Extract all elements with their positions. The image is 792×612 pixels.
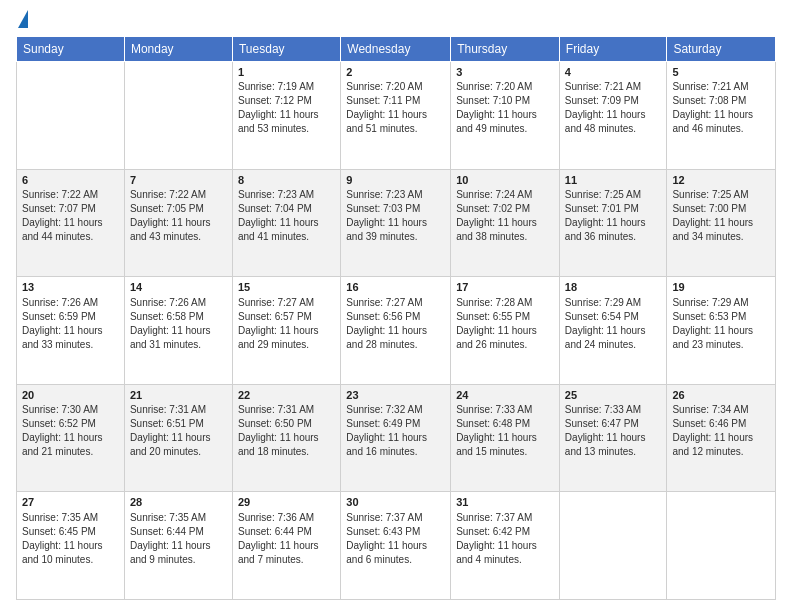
day-number: 27 [22, 495, 119, 510]
day-info: Sunrise: 7:31 AM Sunset: 6:51 PM Dayligh… [130, 403, 227, 459]
calendar-cell: 5Sunrise: 7:21 AM Sunset: 7:08 PM Daylig… [667, 62, 776, 170]
day-number: 7 [130, 173, 227, 188]
day-info: Sunrise: 7:28 AM Sunset: 6:55 PM Dayligh… [456, 296, 554, 352]
day-info: Sunrise: 7:36 AM Sunset: 6:44 PM Dayligh… [238, 511, 335, 567]
calendar-cell: 8Sunrise: 7:23 AM Sunset: 7:04 PM Daylig… [232, 169, 340, 277]
day-number: 24 [456, 388, 554, 403]
calendar-cell: 10Sunrise: 7:24 AM Sunset: 7:02 PM Dayli… [451, 169, 560, 277]
calendar-table: SundayMondayTuesdayWednesdayThursdayFrid… [16, 36, 776, 600]
calendar-cell: 3Sunrise: 7:20 AM Sunset: 7:10 PM Daylig… [451, 62, 560, 170]
calendar-cell: 31Sunrise: 7:37 AM Sunset: 6:42 PM Dayli… [451, 492, 560, 600]
day-number: 17 [456, 280, 554, 295]
calendar-cell: 30Sunrise: 7:37 AM Sunset: 6:43 PM Dayli… [341, 492, 451, 600]
weekday-header-wednesday: Wednesday [341, 37, 451, 62]
day-number: 8 [238, 173, 335, 188]
day-number: 26 [672, 388, 770, 403]
day-number: 15 [238, 280, 335, 295]
header [16, 12, 776, 28]
day-number: 20 [22, 388, 119, 403]
calendar-cell [124, 62, 232, 170]
calendar-cell: 23Sunrise: 7:32 AM Sunset: 6:49 PM Dayli… [341, 384, 451, 492]
day-info: Sunrise: 7:29 AM Sunset: 6:54 PM Dayligh… [565, 296, 662, 352]
day-info: Sunrise: 7:37 AM Sunset: 6:43 PM Dayligh… [346, 511, 445, 567]
calendar-cell: 4Sunrise: 7:21 AM Sunset: 7:09 PM Daylig… [559, 62, 667, 170]
day-number: 2 [346, 65, 445, 80]
day-info: Sunrise: 7:25 AM Sunset: 7:01 PM Dayligh… [565, 188, 662, 244]
logo [16, 12, 28, 28]
day-info: Sunrise: 7:29 AM Sunset: 6:53 PM Dayligh… [672, 296, 770, 352]
weekday-header-thursday: Thursday [451, 37, 560, 62]
day-info: Sunrise: 7:27 AM Sunset: 6:57 PM Dayligh… [238, 296, 335, 352]
weekday-header-monday: Monday [124, 37, 232, 62]
day-info: Sunrise: 7:31 AM Sunset: 6:50 PM Dayligh… [238, 403, 335, 459]
calendar-cell: 29Sunrise: 7:36 AM Sunset: 6:44 PM Dayli… [232, 492, 340, 600]
calendar-cell: 14Sunrise: 7:26 AM Sunset: 6:58 PM Dayli… [124, 277, 232, 385]
day-info: Sunrise: 7:26 AM Sunset: 6:58 PM Dayligh… [130, 296, 227, 352]
day-info: Sunrise: 7:35 AM Sunset: 6:45 PM Dayligh… [22, 511, 119, 567]
calendar-cell [559, 492, 667, 600]
day-number: 3 [456, 65, 554, 80]
day-number: 18 [565, 280, 662, 295]
day-number: 6 [22, 173, 119, 188]
calendar-cell: 12Sunrise: 7:25 AM Sunset: 7:00 PM Dayli… [667, 169, 776, 277]
calendar-cell: 24Sunrise: 7:33 AM Sunset: 6:48 PM Dayli… [451, 384, 560, 492]
day-info: Sunrise: 7:37 AM Sunset: 6:42 PM Dayligh… [456, 511, 554, 567]
day-info: Sunrise: 7:26 AM Sunset: 6:59 PM Dayligh… [22, 296, 119, 352]
day-number: 9 [346, 173, 445, 188]
calendar-cell: 6Sunrise: 7:22 AM Sunset: 7:07 PM Daylig… [17, 169, 125, 277]
week-row-3: 13Sunrise: 7:26 AM Sunset: 6:59 PM Dayli… [17, 277, 776, 385]
day-info: Sunrise: 7:19 AM Sunset: 7:12 PM Dayligh… [238, 80, 335, 136]
day-number: 31 [456, 495, 554, 510]
day-info: Sunrise: 7:23 AM Sunset: 7:04 PM Dayligh… [238, 188, 335, 244]
day-number: 30 [346, 495, 445, 510]
day-number: 21 [130, 388, 227, 403]
week-row-2: 6Sunrise: 7:22 AM Sunset: 7:07 PM Daylig… [17, 169, 776, 277]
week-row-1: 1Sunrise: 7:19 AM Sunset: 7:12 PM Daylig… [17, 62, 776, 170]
day-info: Sunrise: 7:21 AM Sunset: 7:08 PM Dayligh… [672, 80, 770, 136]
day-info: Sunrise: 7:35 AM Sunset: 6:44 PM Dayligh… [130, 511, 227, 567]
calendar-cell: 7Sunrise: 7:22 AM Sunset: 7:05 PM Daylig… [124, 169, 232, 277]
calendar-cell: 26Sunrise: 7:34 AM Sunset: 6:46 PM Dayli… [667, 384, 776, 492]
day-number: 5 [672, 65, 770, 80]
calendar-cell: 18Sunrise: 7:29 AM Sunset: 6:54 PM Dayli… [559, 277, 667, 385]
calendar-cell: 27Sunrise: 7:35 AM Sunset: 6:45 PM Dayli… [17, 492, 125, 600]
day-info: Sunrise: 7:24 AM Sunset: 7:02 PM Dayligh… [456, 188, 554, 244]
page: SundayMondayTuesdayWednesdayThursdayFrid… [0, 0, 792, 612]
weekday-header-row: SundayMondayTuesdayWednesdayThursdayFrid… [17, 37, 776, 62]
calendar-cell: 13Sunrise: 7:26 AM Sunset: 6:59 PM Dayli… [17, 277, 125, 385]
day-info: Sunrise: 7:32 AM Sunset: 6:49 PM Dayligh… [346, 403, 445, 459]
weekday-header-tuesday: Tuesday [232, 37, 340, 62]
calendar-cell: 20Sunrise: 7:30 AM Sunset: 6:52 PM Dayli… [17, 384, 125, 492]
day-info: Sunrise: 7:33 AM Sunset: 6:48 PM Dayligh… [456, 403, 554, 459]
calendar-cell: 2Sunrise: 7:20 AM Sunset: 7:11 PM Daylig… [341, 62, 451, 170]
day-info: Sunrise: 7:27 AM Sunset: 6:56 PM Dayligh… [346, 296, 445, 352]
day-number: 28 [130, 495, 227, 510]
day-info: Sunrise: 7:22 AM Sunset: 7:05 PM Dayligh… [130, 188, 227, 244]
calendar-cell [667, 492, 776, 600]
day-info: Sunrise: 7:30 AM Sunset: 6:52 PM Dayligh… [22, 403, 119, 459]
calendar-cell: 11Sunrise: 7:25 AM Sunset: 7:01 PM Dayli… [559, 169, 667, 277]
day-number: 13 [22, 280, 119, 295]
weekday-header-friday: Friday [559, 37, 667, 62]
calendar-cell: 22Sunrise: 7:31 AM Sunset: 6:50 PM Dayli… [232, 384, 340, 492]
day-info: Sunrise: 7:20 AM Sunset: 7:10 PM Dayligh… [456, 80, 554, 136]
day-info: Sunrise: 7:23 AM Sunset: 7:03 PM Dayligh… [346, 188, 445, 244]
day-number: 1 [238, 65, 335, 80]
calendar-cell: 15Sunrise: 7:27 AM Sunset: 6:57 PM Dayli… [232, 277, 340, 385]
calendar-cell: 21Sunrise: 7:31 AM Sunset: 6:51 PM Dayli… [124, 384, 232, 492]
calendar-cell: 28Sunrise: 7:35 AM Sunset: 6:44 PM Dayli… [124, 492, 232, 600]
calendar-cell: 19Sunrise: 7:29 AM Sunset: 6:53 PM Dayli… [667, 277, 776, 385]
calendar-cell: 1Sunrise: 7:19 AM Sunset: 7:12 PM Daylig… [232, 62, 340, 170]
day-number: 16 [346, 280, 445, 295]
day-info: Sunrise: 7:22 AM Sunset: 7:07 PM Dayligh… [22, 188, 119, 244]
calendar-cell: 17Sunrise: 7:28 AM Sunset: 6:55 PM Dayli… [451, 277, 560, 385]
day-info: Sunrise: 7:20 AM Sunset: 7:11 PM Dayligh… [346, 80, 445, 136]
day-number: 11 [565, 173, 662, 188]
weekday-header-saturday: Saturday [667, 37, 776, 62]
week-row-4: 20Sunrise: 7:30 AM Sunset: 6:52 PM Dayli… [17, 384, 776, 492]
weekday-header-sunday: Sunday [17, 37, 125, 62]
day-info: Sunrise: 7:34 AM Sunset: 6:46 PM Dayligh… [672, 403, 770, 459]
day-number: 10 [456, 173, 554, 188]
day-info: Sunrise: 7:21 AM Sunset: 7:09 PM Dayligh… [565, 80, 662, 136]
day-number: 22 [238, 388, 335, 403]
